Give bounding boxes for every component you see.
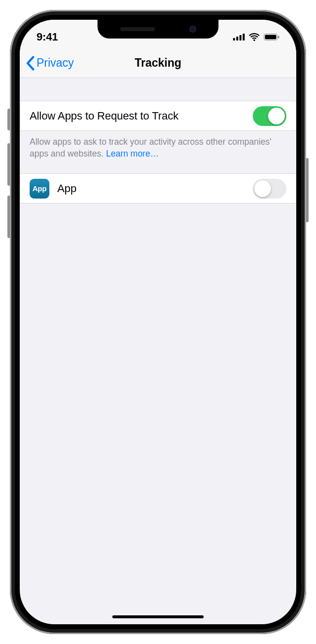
- cellular-icon: [233, 34, 245, 40]
- phone-frame: 9:41 Privacy Tracking Allow Apps to Requ…: [10, 10, 306, 634]
- allow-tracking-label: Allow Apps to Request to Track: [30, 110, 245, 122]
- svg-point-4: [253, 39, 255, 41]
- nav-bar: Privacy Tracking: [20, 48, 296, 78]
- back-button[interactable]: Privacy: [26, 56, 74, 71]
- app-tracking-row: App App: [20, 173, 296, 203]
- chevron-left-icon: [26, 56, 35, 71]
- svg-rect-3: [243, 34, 245, 40]
- status-icons: [233, 33, 279, 41]
- section-footer: Allow apps to ask to track your activity…: [20, 131, 296, 173]
- screen: 9:41 Privacy Tracking Allow Apps to Requ…: [20, 20, 296, 624]
- front-camera: [189, 26, 196, 33]
- svg-rect-1: [237, 37, 238, 40]
- allow-tracking-row: Allow Apps to Request to Track: [20, 101, 296, 131]
- page-title: Tracking: [135, 56, 182, 70]
- learn-more-link[interactable]: Learn more…: [106, 149, 159, 159]
- svg-rect-7: [278, 36, 279, 39]
- back-label: Privacy: [37, 56, 74, 70]
- app-name: App: [57, 182, 245, 195]
- app-tracking-toggle[interactable]: [253, 179, 286, 199]
- svg-rect-6: [265, 35, 276, 40]
- app-icon: App: [30, 179, 49, 199]
- allow-tracking-toggle[interactable]: [253, 106, 286, 126]
- wifi-icon: [249, 33, 260, 41]
- home-indicator[interactable]: [113, 615, 204, 618]
- status-time: 9:41: [37, 31, 58, 43]
- svg-rect-2: [239, 35, 241, 40]
- content: Allow Apps to Request to Track Allow app…: [20, 78, 296, 203]
- svg-rect-0: [233, 38, 235, 40]
- battery-icon: [264, 34, 279, 40]
- notch: [98, 20, 219, 39]
- speaker-grill: [120, 27, 155, 31]
